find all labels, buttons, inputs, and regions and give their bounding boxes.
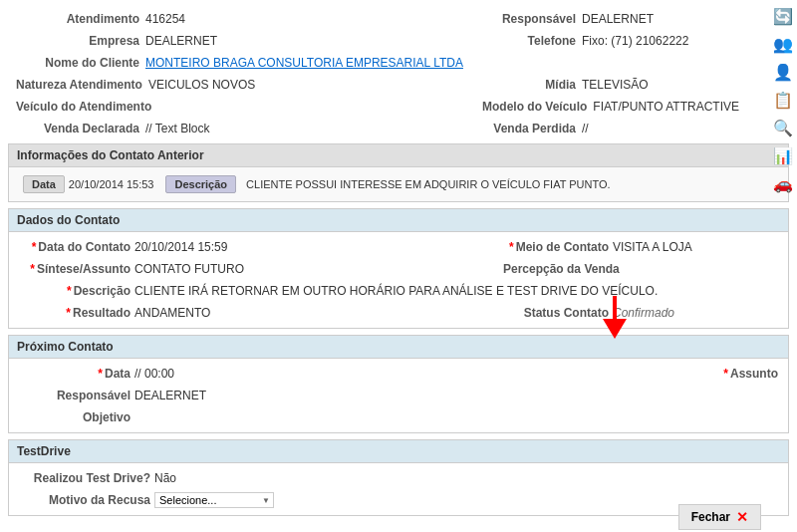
realizou-row: Realizou Test Drive? Não [15,467,782,489]
main-container: Atendimento 416254 Responsável DEALERNET… [0,0,797,532]
informacoes-content: Data 20/10/2014 15:53 Descrição CLIENTE … [9,167,788,201]
sintese-row: *Síntese/Assunto CONTATO FUTURO Percepçã… [15,258,782,280]
informacoes-section: Informações do Contato Anterior Data 20/… [8,143,789,202]
responsavel-group: Responsável DEALERNET [482,12,781,26]
informacoes-header: Informações do Contato Anterior [9,144,788,167]
dados-contato-content: *Data do Contato 20/10/2014 15:59 *Meio … [9,232,788,328]
tab-row: Data 20/10/2014 15:53 Descrição CLIENTE … [17,171,780,197]
sidebar-icon-chart[interactable]: 📊 [771,143,795,167]
motivo-select-wrapper[interactable]: Selecione... [154,492,274,508]
proximo-responsavel-value: DEALERNET [134,389,782,402]
data-contato-row: *Data do Contato 20/10/2014 15:59 *Meio … [15,236,782,258]
dados-contato-section: Dados do Contato *Data do Contato 20/10/… [8,208,789,329]
venda-declarada-label: Venda Declarada [16,122,145,135]
empresa-label: Empresa [16,34,145,48]
motivo-select[interactable]: Selecione... [154,492,274,508]
midia-value: TELEVISÃO [582,78,649,92]
venda-perdida-group: Venda Perdida // [482,122,781,135]
veiculo-label: Veículo do Atendimento [16,100,157,114]
telefone-group: Telefone Fixo: (71) 21062222 [482,34,781,48]
descricao-value: CLIENTE IRÁ RETORNAR EM OUTRO HORÁRIO PA… [134,284,782,298]
venda-declarada-row: Venda Declarada // Text Block Venda Perd… [12,118,785,139]
required-mark-7: * [723,367,728,381]
midia-group: Mídia TELEVISÃO [482,78,781,92]
sidebar: 🔄 👥 👤 📋 🔍 📊 🚗 [769,0,797,199]
natureza-row: Natureza Atendimento VEICULOS NOVOS Mídi… [12,74,785,96]
fechar-label: Fechar [691,510,730,524]
descricao-label: *Descrição [15,284,134,298]
proximo-contato-content: *Data // 00:00 *Assunto Responsável DEAL… [9,359,788,432]
atendimento-label: Atendimento [16,12,145,26]
data-contato-label: *Data do Contato [15,240,134,254]
modelo-group: Modelo do Veículo FIAT/PUNTO ATTRACTIVE [482,100,781,114]
svg-marker-1 [603,319,627,339]
realizou-label: Realizou Test Drive? [15,471,154,485]
proximo-data-row: *Data // 00:00 *Assunto [15,363,782,385]
venda-declarada-value: // Text Block [145,122,482,135]
tab-data-label[interactable]: Data [23,175,65,193]
descricao-row: *Descrição CLIENTE IRÁ RETORNAR EM OUTRO… [15,280,782,302]
atendimento-row: Atendimento 416254 Responsável DEALERNET [12,8,785,30]
atendimento-value: 416254 [145,12,482,26]
resultado-row: *Resultado ANDAMENTO Status Contato Conf… [15,302,782,324]
meio-contato-label: *Meio de Contato [503,240,613,254]
sidebar-icon-user[interactable]: 👤 [771,60,795,84]
tab-data-value: 20/10/2014 15:53 [69,178,154,190]
natureza-value: VEICULOS NOVOS [148,78,482,92]
required-mark-1: * [32,240,37,254]
responsavel-label: Responsável [482,12,582,26]
footer: Fechar ✕ [8,522,789,530]
proximo-contato-header: Próximo Contato [9,336,788,359]
sidebar-icon-search[interactable]: 🔍 [771,116,795,139]
fechar-button[interactable]: Fechar ✕ [678,504,761,530]
proximo-responsavel-label: Responsável [15,389,134,402]
sidebar-icon-clipboard[interactable]: 📋 [771,88,795,112]
required-mark-4: * [67,284,72,298]
testdrive-header: TestDrive [9,440,788,463]
required-mark-2: * [509,240,514,254]
motivo-label: Motivo da Recusa [15,493,154,507]
proximo-data-value: // 00:00 [134,367,706,381]
sidebar-icon-users[interactable]: 👥 [771,32,795,56]
required-mark-5: * [66,306,71,320]
motivo-row: Motivo da Recusa Selecione... [15,489,782,511]
assunto-label: *Assunto [722,367,782,381]
top-info-section: Atendimento 416254 Responsável DEALERNET… [8,8,789,139]
veiculo-row: Veículo do Atendimento Modelo do Veículo… [12,96,785,118]
empresa-row: Empresa DEALERNET Telefone Fixo: (71) 21… [12,30,785,52]
data-contato-value: 20/10/2014 15:59 [134,240,503,254]
modelo-value: FIAT/PUNTO ATTRACTIVE [593,100,739,114]
modelo-label: Modelo do Veículo [482,100,593,114]
required-mark-6: * [98,367,103,381]
red-arrow-svg [585,291,645,341]
percepcao-label: Percepção da Venda [503,262,624,276]
testdrive-content: Realizou Test Drive? Não Motivo da Recus… [9,463,788,515]
midia-label: Mídia [482,78,582,92]
testdrive-section: TestDrive Realizou Test Drive? Não Motiv… [8,439,789,516]
meio-contato-group: *Meio de Contato VISITA A LOJA [503,240,782,254]
proximo-data-label: *Data [15,367,134,381]
tab-desc-label[interactable]: Descrição [165,175,236,193]
responsavel-value: DEALERNET [582,12,654,26]
resultado-value: ANDAMENTO [134,306,503,320]
assunto-group: *Assunto [722,367,782,381]
sintese-label: *Síntese/Assunto [15,262,134,276]
sidebar-icon-car[interactable]: 🚗 [771,171,795,195]
sidebar-icon-refresh[interactable]: 🔄 [771,4,795,28]
dados-contato-header: Dados do Contato [9,209,788,232]
required-mark-3: * [30,262,35,276]
sintese-value: CONTATO FUTURO [134,262,503,276]
percepcao-group: Percepção da Venda [503,262,782,276]
telefone-value: Fixo: (71) 21062222 [582,34,688,48]
proximo-contato-section: Próximo Contato *Data // 00:00 *Assunto … [8,335,789,433]
nome-cliente-label: Nome do Cliente [16,56,145,70]
proximo-responsavel-row: Responsável DEALERNET [15,385,782,406]
realizou-value: Não [154,471,782,485]
proximo-objetivo-label: Objetivo [15,410,134,424]
nome-cliente-row: Nome do Cliente MONTEIRO BRAGA CONSULTOR… [12,52,785,74]
empresa-value: DEALERNET [145,34,482,48]
meio-contato-value: VISITA A LOJA [613,240,692,254]
venda-perdida-value: // [582,122,589,135]
venda-perdida-label: Venda Perdida [482,122,582,135]
nome-cliente-value[interactable]: MONTEIRO BRAGA CONSULTORIA EMPRESARIAL L… [145,56,781,70]
